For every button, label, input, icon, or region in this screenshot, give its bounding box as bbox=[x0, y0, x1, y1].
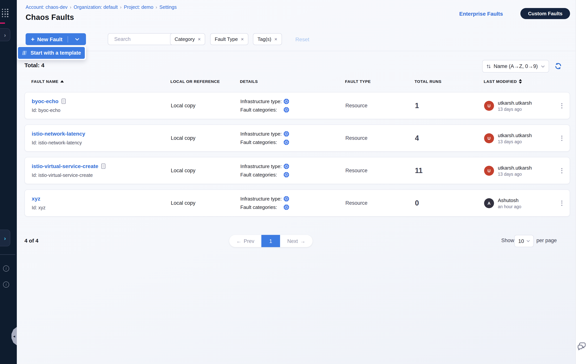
fault-id: Id: istio-network-latency bbox=[32, 140, 82, 145]
column-header-details: DETAILS bbox=[240, 79, 345, 84]
sort-selected-value: Name (A→Z, 0→9) bbox=[494, 63, 538, 69]
column-header-fault-name[interactable]: FAULT NAME bbox=[31, 79, 170, 84]
refresh-button[interactable] bbox=[554, 62, 562, 70]
sidebar-collapse-handle[interactable]: ◀ bbox=[12, 327, 17, 345]
pagination-count: 4 of 4 bbox=[25, 238, 38, 244]
description-icon[interactable] bbox=[101, 163, 106, 169]
chevron-separator-icon: › bbox=[120, 5, 122, 10]
nav-expand-top-button[interactable]: › bbox=[0, 28, 10, 41]
chevron-separator-icon: › bbox=[70, 5, 72, 10]
description-icon[interactable] bbox=[61, 98, 66, 104]
main-content: Account: chaos-dev › Organization: defau… bbox=[17, 0, 575, 364]
column-header-total-runs: TOTAL RUNS bbox=[415, 79, 484, 84]
infrastructure-type-label: Infrastructure type: bbox=[240, 163, 283, 169]
close-icon[interactable]: × bbox=[198, 37, 201, 42]
row-menu-kebab-icon[interactable] bbox=[560, 166, 564, 175]
fault-name-link[interactable]: istio-virtual-service-create bbox=[32, 163, 98, 169]
nav-expand-bottom-button[interactable]: › bbox=[0, 230, 10, 246]
table-row: xyz Id: xyz Local copy Infrastructure ty… bbox=[25, 189, 570, 217]
table-header-row: FAULT NAME LOCAL OR REFERENCE DETAILS FA… bbox=[25, 78, 570, 85]
arrow-right-icon: → bbox=[300, 238, 305, 244]
filter-chip-fault-type[interactable]: Fault Type × bbox=[210, 33, 248, 45]
modified-time: an hour ago bbox=[498, 204, 521, 209]
arrow-left-icon: ← bbox=[236, 238, 242, 244]
next-page-button[interactable]: Next → bbox=[280, 235, 313, 247]
filter-chip-label: Category bbox=[175, 36, 195, 42]
filter-chip-label: Tag(s) bbox=[257, 36, 271, 42]
reset-filters-link[interactable]: Reset bbox=[295, 36, 309, 42]
infrastructure-type-label: Infrastructure type: bbox=[240, 196, 283, 202]
per-page-label: per page bbox=[536, 238, 557, 243]
chevron-down-icon bbox=[526, 240, 530, 242]
breadcrumb-project-link[interactable]: Project: demo bbox=[124, 5, 153, 10]
info-icon[interactable]: i bbox=[3, 266, 9, 272]
total-runs-value: 0 bbox=[415, 199, 419, 207]
page-size-dropdown[interactable]: 10 bbox=[514, 235, 534, 247]
infrastructure-type-label: Infrastructure type: bbox=[240, 98, 283, 104]
kubernetes-icon bbox=[283, 139, 289, 145]
triangle-left-icon: ◀ bbox=[13, 335, 15, 338]
kubernetes-icon bbox=[283, 204, 289, 210]
breadcrumb-account-link[interactable]: Account: chaos-dev bbox=[26, 5, 68, 10]
support-chat-icon[interactable] bbox=[577, 341, 587, 353]
row-menu-kebab-icon[interactable] bbox=[560, 199, 564, 207]
kubernetes-icon bbox=[283, 131, 289, 137]
fault-categories-label: Fault categories: bbox=[240, 172, 283, 178]
fault-id: Id: byoc-echo bbox=[32, 108, 60, 113]
fault-name-link[interactable]: istio-network-latency bbox=[32, 131, 85, 137]
filter-chip-tags[interactable]: Tag(s) × bbox=[253, 33, 282, 45]
fault-type-value: Resource bbox=[345, 200, 367, 206]
total-runs-value: 4 bbox=[415, 134, 419, 142]
close-icon[interactable]: × bbox=[241, 37, 244, 42]
refresh-icon bbox=[554, 62, 562, 70]
total-runs-value: 11 bbox=[415, 166, 423, 175]
total-count-label: Total: 4 bbox=[25, 62, 44, 68]
row-menu-kebab-icon[interactable] bbox=[560, 101, 564, 110]
filter-chip-category[interactable]: Category × bbox=[170, 33, 205, 45]
filter-chip-label: Fault Type bbox=[215, 36, 238, 42]
kubernetes-icon bbox=[283, 98, 289, 104]
close-icon[interactable]: × bbox=[274, 37, 277, 42]
show-label: Show bbox=[501, 238, 514, 243]
custom-faults-button[interactable]: Custom Faults bbox=[520, 8, 570, 19]
chevron-right-icon: › bbox=[4, 235, 6, 241]
breadcrumb-organization-link[interactable]: Organization: default bbox=[74, 5, 118, 10]
info-icon[interactable]: i bbox=[3, 281, 9, 288]
fault-type-value: Resource bbox=[345, 168, 367, 173]
new-fault-button[interactable]: + New Fault bbox=[26, 33, 86, 45]
app-launcher-icon[interactable] bbox=[2, 9, 8, 17]
sort-asc-icon bbox=[60, 80, 64, 83]
sort-both-icon bbox=[519, 79, 522, 84]
modified-time: 13 days ago bbox=[498, 107, 532, 111]
page-number-button[interactable]: 1 bbox=[261, 235, 280, 247]
modified-by: utkarsh.utkarsh bbox=[498, 100, 532, 106]
prev-page-button[interactable]: ← Prev bbox=[229, 235, 261, 247]
fault-id: Id: xyz bbox=[32, 205, 46, 210]
app-window: › › i i ◀ Account: chaos-dev › Organizat… bbox=[0, 0, 588, 364]
breadcrumb-settings-link[interactable]: Settings bbox=[159, 5, 177, 10]
menu-item-label: Start with a template bbox=[31, 50, 81, 56]
page-title: Chaos Faults bbox=[26, 13, 74, 22]
modified-time: 13 days ago bbox=[498, 139, 532, 144]
column-header-fault-type: FAULT TYPE bbox=[345, 79, 415, 84]
sidebar-divider bbox=[0, 254, 15, 255]
chevron-right-icon: › bbox=[4, 32, 6, 38]
breadcrumb: Account: chaos-dev › Organization: defau… bbox=[26, 5, 177, 10]
enterprise-faults-link[interactable]: Enterprise Faults bbox=[459, 11, 503, 17]
fault-categories-label: Fault categories: bbox=[240, 139, 283, 145]
avatar: U bbox=[484, 101, 494, 110]
table-row: istio-network-latency Id: istio-network-… bbox=[25, 124, 570, 152]
new-fault-dropdown-menu: Start with a template bbox=[17, 46, 86, 60]
fault-categories-label: Fault categories: bbox=[240, 204, 283, 210]
avatar: U bbox=[484, 133, 494, 143]
fault-name-link[interactable]: byoc-echo bbox=[32, 98, 59, 104]
local-or-reference-value: Local copy bbox=[171, 103, 196, 109]
new-fault-dropdown-toggle[interactable] bbox=[68, 38, 86, 40]
sort-dropdown[interactable]: Name (A→Z, 0→9) bbox=[482, 60, 549, 72]
column-header-last-modified[interactable]: LAST MODIFIED bbox=[484, 79, 553, 84]
kubernetes-icon bbox=[283, 172, 289, 178]
left-nav-rail: › › i i ◀ bbox=[0, 0, 17, 364]
start-with-template-menu-item[interactable]: Start with a template bbox=[18, 47, 85, 59]
fault-name-link[interactable]: xyz bbox=[32, 195, 40, 202]
row-menu-kebab-icon[interactable] bbox=[560, 134, 564, 142]
